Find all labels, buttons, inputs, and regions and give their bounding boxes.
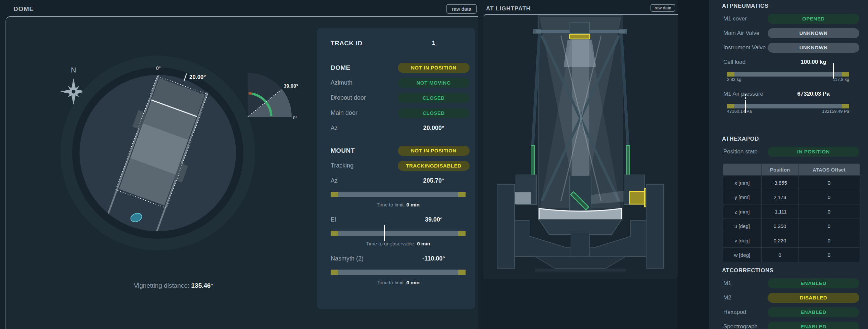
position-cell: -1.111 bbox=[762, 205, 799, 219]
nasmyth-label: Nasmyth (2) bbox=[331, 255, 398, 262]
position-cell: 0.350 bbox=[762, 219, 799, 233]
dropout-door-label: Dropout door bbox=[331, 94, 398, 101]
atcorrections-title: ATCORRECTIONS bbox=[709, 265, 868, 276]
axis-cell: u [deg] bbox=[723, 219, 762, 233]
dome-panel-title: DOME bbox=[13, 5, 34, 13]
table-row: u [deg] 0.350 0 bbox=[723, 219, 860, 233]
m2-baffle bbox=[564, 40, 596, 67]
hexapod-header-axis bbox=[723, 164, 762, 176]
tracking-label: Tracking bbox=[331, 162, 398, 169]
position-state-label: Position state bbox=[723, 148, 768, 155]
dome-az-label: Az bbox=[331, 124, 398, 131]
mount-az-note-label: Time to limit: bbox=[377, 202, 405, 207]
cell-load-min: 3.83 kg bbox=[727, 77, 741, 82]
mount-base-plate bbox=[535, 269, 626, 272]
correction-hexapod-label: Hexapod bbox=[723, 309, 768, 316]
table-row: y [mm] 2.173 0 bbox=[723, 190, 860, 205]
hexapod-header-position: Position bbox=[762, 164, 799, 176]
position-cell: 0 bbox=[762, 248, 799, 262]
lightpath-raw-data-button[interactable]: raw data bbox=[651, 4, 675, 12]
hexapod-table: Position ATAOS Offset x [mm] -3.855 0 y … bbox=[723, 163, 860, 262]
m2-highlight bbox=[569, 34, 590, 39]
instrument-valve-status-badge: UNKNOWN bbox=[768, 42, 859, 53]
elevation-limit-arc bbox=[248, 93, 252, 94]
air-pressure-marker bbox=[745, 102, 746, 113]
offset-cell: 0 bbox=[799, 190, 860, 205]
dome-raw-data-button[interactable]: raw data bbox=[446, 4, 477, 14]
table-row: v [deg] 0.220 0 bbox=[723, 233, 860, 248]
position-state-badge: IN POSITION bbox=[768, 147, 859, 157]
elevation-gauge: 39.00° 0° bbox=[248, 73, 299, 120]
left-nasmyth-port bbox=[514, 192, 531, 204]
instrument-valve-label: Instrument Valve bbox=[723, 44, 768, 51]
mount-el-marker bbox=[384, 225, 385, 241]
table-row: z [mm] -1.111 0 bbox=[723, 205, 860, 219]
air-pressure-max: 182159.49 Pa bbox=[822, 109, 849, 114]
panel-gap bbox=[677, 0, 709, 329]
mount-az-limit-slider: Time to limit: 0 min bbox=[331, 192, 466, 207]
main-door-status-badge: CLOSED bbox=[398, 108, 470, 118]
mirror-cell bbox=[539, 219, 622, 235]
track-id-label: TRACK ID bbox=[331, 40, 398, 47]
vignetting-label: Vignetting distance: bbox=[134, 282, 190, 289]
correction-spectrograph-label: Spectrograph bbox=[723, 323, 768, 329]
lightpath-panel-title: AT LIGHTPATH bbox=[486, 5, 531, 12]
position-cell: 0.220 bbox=[762, 233, 799, 248]
elevation-current-label: 39.00° bbox=[284, 83, 299, 89]
mount-status-badge: NOT IN POSITION bbox=[398, 146, 470, 156]
application-window: DOME raw data N bbox=[0, 0, 868, 329]
air-pressure-gauge: 47160.14 Pa 182159.49 Pa bbox=[727, 104, 849, 114]
nasmyth-value: -110.00° bbox=[398, 255, 470, 262]
offset-cell: 0 bbox=[799, 248, 860, 262]
cell-load-gauge: 3.83 kg 117.8 kg bbox=[727, 72, 849, 82]
axis-cell: z [mm] bbox=[723, 205, 762, 219]
cell-load-value: 100.00 kg bbox=[768, 59, 859, 65]
lightpath-panel: AT LIGHTPATH raw data bbox=[483, 3, 677, 279]
mount-el-note-label: Time to unobservable: bbox=[366, 241, 415, 246]
mount-el-limit-slider: Time to unobservable: 0 min bbox=[331, 231, 466, 246]
correction-spectrograph-badge: ENABLED bbox=[768, 322, 859, 329]
table-row: x [mm] -3.855 0 bbox=[723, 176, 860, 190]
vignetting-value: 135.46° bbox=[191, 282, 214, 289]
telemetry-card: TRACK ID 1 DOME NOT IN POSITION Azimuth … bbox=[317, 28, 475, 309]
dome-section-label: DOME bbox=[331, 64, 398, 71]
telescope-lightpath-diagram bbox=[483, 15, 678, 279]
mount-el-label: El bbox=[331, 216, 398, 223]
main-air-valve-status-badge: UNKNOWN bbox=[768, 28, 859, 38]
axis-cell: y [mm] bbox=[723, 190, 762, 205]
offset-cell: 0 bbox=[799, 205, 860, 219]
table-row: w [deg] 0 0 bbox=[723, 248, 860, 262]
m2-assembly bbox=[570, 22, 590, 34]
nasmyth-note-label: Time to limit: bbox=[377, 280, 405, 286]
athexapod-section: ATHEXAPOD Position state IN POSITION Pos… bbox=[709, 133, 868, 262]
atpneumatics-title: ATPNEUMATICS bbox=[709, 0, 868, 11]
dome-status-badge: NOT IN POSITION bbox=[398, 63, 470, 73]
main-door-label: Main door bbox=[331, 110, 398, 117]
cell-load-marker bbox=[833, 63, 834, 79]
axis-cell: x [mm] bbox=[723, 176, 762, 190]
m1-cover-label: M1 cover bbox=[723, 16, 768, 22]
telemetry-sidebar: ATPNEUMATICS M1 cover OPENED Main Air Va… bbox=[709, 0, 868, 329]
lightpath-panel-body bbox=[483, 14, 678, 279]
correction-m1-badge: ENABLED bbox=[768, 278, 859, 288]
atpneumatics-section: ATPNEUMATICS M1 cover OPENED Main Air Va… bbox=[709, 0, 868, 114]
axis-cell: w [deg] bbox=[723, 248, 762, 262]
dome-az-value: 20.000° bbox=[398, 124, 470, 131]
correction-hexapod-badge: ENABLED bbox=[768, 307, 859, 317]
hexapod-header-offset: ATAOS Offset bbox=[799, 164, 860, 176]
correction-m2-badge: DISABLED bbox=[768, 293, 859, 303]
offset-cell: 0 bbox=[799, 219, 860, 233]
mount-az-label: Az bbox=[331, 177, 398, 184]
offset-cell: 0 bbox=[799, 176, 860, 190]
mount-az-note-value: 0 min bbox=[406, 202, 420, 207]
dome-top-view: N bbox=[6, 20, 315, 315]
mount-az-value: 205.70° bbox=[398, 177, 470, 184]
mount-base bbox=[535, 257, 626, 269]
air-pressure-marker-dash bbox=[745, 94, 746, 102]
elevation-zero-label: 0° bbox=[293, 115, 297, 120]
dome-azimuth-label: Azimuth bbox=[331, 79, 398, 86]
tracking-status-badge: TRACKINGDISABLED bbox=[398, 161, 470, 171]
compass-north-label: N bbox=[71, 66, 76, 74]
offset-cell: 0 bbox=[799, 233, 860, 248]
nasmyth-note-value: 0 min bbox=[406, 280, 420, 286]
